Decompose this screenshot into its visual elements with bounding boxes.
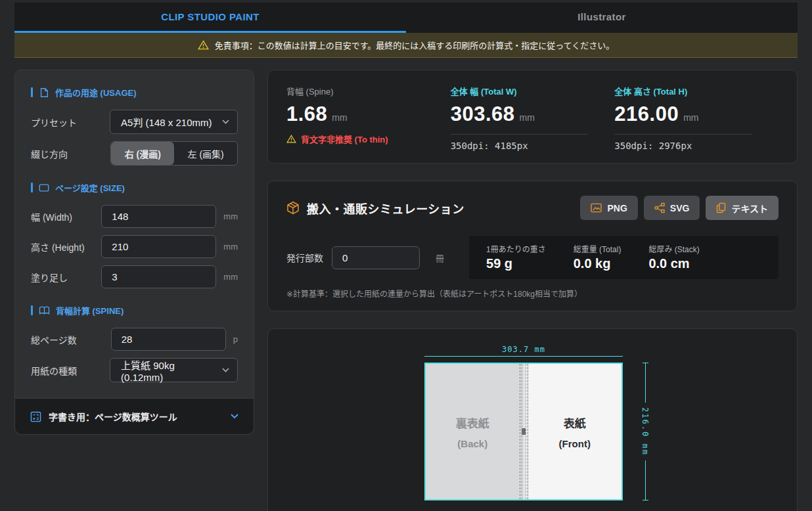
simulation-title: 搬入・通販シミュレーション <box>307 200 464 217</box>
svg-export-button[interactable]: SVG <box>644 196 700 220</box>
chevron-down-icon <box>222 120 229 124</box>
total-width-value: 303.68 <box>451 102 515 126</box>
image-icon <box>591 203 602 213</box>
total-height-dpi: 350dpi: 2976px <box>614 141 778 151</box>
dimension-line <box>424 356 623 357</box>
height-dimension: 216.0 mm <box>642 363 648 500</box>
front-cover-subtitle: (Front) <box>559 438 591 449</box>
total-height-result: 全体 高さ (Total H) 216.00 mm 350dpi: 2976px <box>614 85 778 151</box>
dimension-line <box>645 363 646 403</box>
height-label: 高さ (Height) <box>31 240 101 254</box>
stat-stack: 総厚み (Stack) 0.0 cm <box>648 243 699 271</box>
copy-icon <box>716 202 726 213</box>
height-dimension-label: 216.0 mm <box>641 403 650 460</box>
total-width-dpi: 350dpi: 4185px <box>451 141 615 151</box>
spine-area <box>520 364 528 499</box>
paper-select[interactable]: 上質紙 90kg (0.12mm) <box>110 358 238 382</box>
warning-triangle-icon <box>198 40 209 50</box>
tab-illustrator[interactable]: Illustrator <box>406 3 798 33</box>
binding-label: 綴じ方向 <box>31 147 110 160</box>
binding-right-button[interactable]: 右 (漫画) <box>111 142 174 165</box>
section-size-title: ページ設定 (SIZE) <box>31 181 238 194</box>
chevron-down-icon <box>231 414 238 419</box>
front-cover-title: 表紙 <box>559 414 591 431</box>
pages-label: 総ページ数 <box>31 333 111 346</box>
total-width-result: 全体 幅 (Total W) 303.68 mm 350dpi: 4185px <box>451 85 615 151</box>
spine-warning: 背文字非推奨 (To thin) <box>286 133 451 145</box>
section-spine-title: 背幅計算 (SPINE) <box>31 304 238 317</box>
dimension-line <box>645 460 646 500</box>
results-panel: 背幅 (Spine) 1.68 mm 背文字非推奨 (To thin) 全体 幅… <box>267 70 798 164</box>
tab-bar: CLIP STUDIO PAINT Illustrator <box>14 3 798 33</box>
section-accent-bar <box>31 305 33 315</box>
simulation-panel: 搬入・通販シミュレーション PNG SVG <box>267 181 798 311</box>
copies-unit: 冊 <box>436 252 444 264</box>
page-count-tool-label: 字書き用：ページ数概算ツール <box>49 410 223 423</box>
height-unit: mm <box>223 242 238 252</box>
width-dimension: 303.7 mm <box>424 345 623 357</box>
disclaimer-banner: 免責事項：この数値は計算上の目安です。最終的には入稿する印刷所の計算式・指定に従… <box>14 33 798 58</box>
header: CLIP STUDIO PAINT Illustrator 免責事項：この数値は… <box>0 0 812 58</box>
back-cover: 裏表紙 (Back) <box>426 364 520 499</box>
spine-mark <box>522 428 526 435</box>
width-dimension-label: 303.7 mm <box>424 345 623 354</box>
back-cover-title: 裏表紙 <box>456 414 489 431</box>
total-height-label: 全体 高さ (Total H) <box>614 85 778 97</box>
cover-preview-panel: 303.7 mm 裏表紙 (Back) 表紙 (Front) <box>267 328 798 511</box>
spine-result-value: 1.68 <box>286 102 327 126</box>
total-width-label: 全体 幅 (Total W) <box>451 85 615 97</box>
chevron-down-icon <box>222 368 229 372</box>
document-icon <box>39 87 49 98</box>
main-content: 作品の用途 (USAGE) プリセット A5判 (148 x 210mm) 綴じ… <box>0 58 812 511</box>
stat-total-weight: 総重量 (Total) 0.0 kg <box>574 243 621 271</box>
binding-toggle: 右 (漫画) 左 (画集) <box>110 141 238 166</box>
copies-input[interactable] <box>332 246 420 269</box>
section-accent-bar <box>31 87 33 97</box>
width-input[interactable] <box>101 205 216 228</box>
results-column: 背幅 (Spine) 1.68 mm 背文字非推奨 (To thin) 全体 幅… <box>267 70 798 511</box>
vector-nodes-icon <box>654 202 665 213</box>
bleed-label: 塗り足し <box>31 271 101 284</box>
height-input[interactable] <box>101 235 216 258</box>
binding-left-button[interactable]: 左 (画集) <box>174 142 237 165</box>
copies-label: 発行部数 <box>286 251 323 264</box>
png-export-button[interactable]: PNG <box>580 196 637 220</box>
total-height-value: 216.00 <box>614 102 679 126</box>
calculation-note: ※計算基準：選択した用紙の連量から算出（表紙はアートポスト180kg相当で加算） <box>286 288 778 299</box>
width-label: 幅 (Width) <box>31 210 101 223</box>
width-unit: mm <box>223 211 238 221</box>
settings-sidebar: 作品の用途 (USAGE) プリセット A5判 (148 x 210mm) 綴じ… <box>14 70 254 435</box>
dimension-tick <box>643 500 648 500</box>
front-cover: 表紙 (Front) <box>528 364 622 499</box>
frame-icon <box>39 183 49 192</box>
book-cover-preview: 裏表紙 (Back) 表紙 (Front) <box>424 363 623 500</box>
spine-result: 背幅 (Spine) 1.68 mm 背文字非推奨 (To thin) <box>286 85 451 151</box>
section-usage-title: 作品の用途 (USAGE) <box>31 86 238 99</box>
back-cover-subtitle: (Back) <box>456 438 489 449</box>
warning-triangle-icon <box>286 135 296 143</box>
bleed-unit: mm <box>223 272 238 282</box>
spine-result-label: 背幅 (Spine) <box>286 85 451 97</box>
calculator-icon <box>30 411 41 422</box>
pages-input[interactable] <box>111 328 226 351</box>
section-accent-bar <box>31 183 33 192</box>
page-count-tool-expander[interactable]: 字書き用：ページ数概算ツール <box>15 398 254 434</box>
book-icon <box>39 306 50 315</box>
pages-unit: p <box>233 334 238 344</box>
divider <box>451 134 589 135</box>
paper-label: 用紙の種類 <box>31 364 110 377</box>
bleed-input[interactable] <box>101 265 216 288</box>
cube-icon <box>286 201 300 215</box>
text-export-button[interactable]: テキスト <box>706 196 778 220</box>
disclaimer-text: 免責事項：この数値は計算上の目安です。最終的には入稿する印刷所の計算式・指定に従… <box>215 39 615 51</box>
stat-weight: 1冊あたりの重さ 59 g <box>486 243 546 271</box>
section-usage: 作品の用途 (USAGE) プリセット A5判 (148 x 210mm) 綴じ… <box>31 86 238 166</box>
tab-clip-studio-paint[interactable]: CLIP STUDIO PAINT <box>14 3 406 33</box>
section-spine: 背幅計算 (SPINE) 総ページ数 p 用紙の種類 上質紙 90kg (0.1… <box>31 304 238 382</box>
divider <box>614 134 752 135</box>
preset-select[interactable]: A5判 (148 x 210mm) <box>110 110 238 134</box>
preset-label: プリセット <box>31 116 110 129</box>
simulation-stats: 1冊あたりの重さ 59 g 総重量 (Total) 0.0 kg 総厚み (St… <box>469 236 778 279</box>
section-size: ページ設定 (SIZE) 幅 (Width) mm 高さ (Height) mm… <box>31 181 238 288</box>
